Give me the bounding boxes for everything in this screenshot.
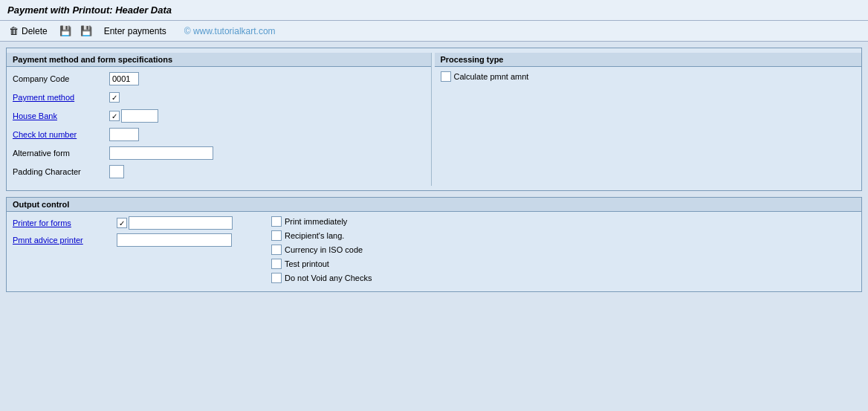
- alternative-form-row: Alternative form: [13, 146, 425, 161]
- pmnt-advice-label[interactable]: Pmnt advice printer: [13, 236, 117, 245]
- delete-icon: 🗑: [9, 25, 19, 36]
- enter-payments-button[interactable]: Enter payments: [101, 25, 169, 38]
- currency-iso-row: Currency in ISO code: [271, 245, 855, 255]
- pmnt-advice-input[interactable]: [117, 233, 232, 247]
- currency-iso-label: Currency in ISO code: [285, 245, 363, 254]
- company-code-label: Company Code: [13, 74, 109, 83]
- output-left-panel: Printer for forms Pmnt advice printer: [13, 216, 265, 287]
- do-not-void-row: Do not Void any Checks: [271, 273, 855, 283]
- title-bar: Payment with Printout: Header Data: [0, 0, 868, 21]
- recipients-lang-row: Recipient's lang.: [271, 230, 855, 241]
- print-immediately-row: Print immediately: [271, 216, 855, 227]
- save-icon-1[interactable]: 💾: [59, 25, 71, 36]
- output-section-header: Output control: [7, 198, 861, 212]
- calculate-pmnt-checkbox[interactable]: [441, 71, 451, 82]
- printer-forms-label[interactable]: Printer for forms: [13, 219, 117, 227]
- house-bank-checkbox[interactable]: [109, 111, 120, 121]
- output-right-panel: Print immediately Recipient's lang. Curr…: [265, 216, 855, 287]
- recipients-lang-checkbox[interactable]: [271, 230, 282, 241]
- padding-char-row: Padding Character: [13, 164, 425, 179]
- printer-forms-checkbox[interactable]: [117, 218, 127, 228]
- recipients-lang-label: Recipient's lang.: [285, 231, 344, 240]
- page-title: Payment with Printout: Header Data: [7, 4, 172, 16]
- calculate-pmnt-label: Calculate pmnt amnt: [454, 72, 529, 81]
- alternative-form-input[interactable]: [109, 146, 213, 160]
- delete-label: Delete: [22, 26, 48, 36]
- check-lot-label[interactable]: Check lot number: [13, 130, 109, 139]
- test-printout-label: Test printout: [285, 259, 329, 268]
- alternative-form-label: Alternative form: [13, 149, 109, 158]
- output-inner: Printer for forms Pmnt advice printer Pr…: [7, 212, 861, 291]
- processing-right-panel: Processing type Calculate pmnt amnt: [432, 53, 862, 186]
- save-icon-2[interactable]: 💾: [80, 25, 92, 36]
- output-section: Output control Printer for forms Pmnt ad…: [6, 197, 862, 292]
- enter-payments-label: Enter payments: [104, 26, 166, 36]
- currency-iso-checkbox[interactable]: [271, 245, 282, 255]
- calculate-pmnt-row: Calculate pmnt amnt: [441, 71, 853, 82]
- test-printout-checkbox[interactable]: [271, 259, 282, 269]
- payment-method-checkbox[interactable]: [109, 92, 120, 103]
- company-code-input[interactable]: [109, 72, 139, 85]
- payment-method-label[interactable]: Payment method: [13, 93, 109, 102]
- pmnt-advice-row: Pmnt advice printer: [13, 233, 256, 247]
- watermark: © www.tutorialkart.com: [184, 26, 276, 36]
- padding-char-label: Padding Character: [13, 167, 109, 176]
- print-immediately-checkbox[interactable]: [271, 216, 282, 227]
- payment-method-row: Payment method: [13, 90, 425, 105]
- do-not-void-checkbox[interactable]: [271, 273, 282, 283]
- padding-char-input[interactable]: [109, 165, 124, 178]
- payment-section: Payment method and form specifications C…: [6, 48, 862, 191]
- check-lot-input[interactable]: [109, 128, 139, 141]
- delete-button[interactable]: 🗑 Delete: [6, 24, 51, 38]
- print-immediately-label: Print immediately: [285, 217, 347, 226]
- payment-left-panel: Payment method and form specifications C…: [7, 53, 432, 186]
- toolbar: 🗑 Delete 💾 💾 Enter payments © www.tutori…: [0, 21, 868, 42]
- processing-section-header: Processing type: [435, 53, 862, 67]
- payment-section-body: Payment method and form specifications C…: [7, 48, 861, 190]
- printer-forms-row: Printer for forms: [13, 216, 256, 230]
- do-not-void-label: Do not Void any Checks: [285, 274, 372, 282]
- check-lot-row: Check lot number: [13, 127, 425, 142]
- test-printout-row: Test printout: [271, 259, 855, 269]
- company-code-row: Company Code: [13, 71, 425, 86]
- house-bank-label[interactable]: House Bank: [13, 111, 109, 120]
- main-content: Payment method and form specifications C…: [0, 42, 868, 304]
- payment-section-header: Payment method and form specifications: [7, 53, 431, 67]
- house-bank-input[interactable]: [121, 109, 158, 123]
- house-bank-row: House Bank: [13, 109, 425, 123]
- printer-forms-input[interactable]: [129, 216, 233, 230]
